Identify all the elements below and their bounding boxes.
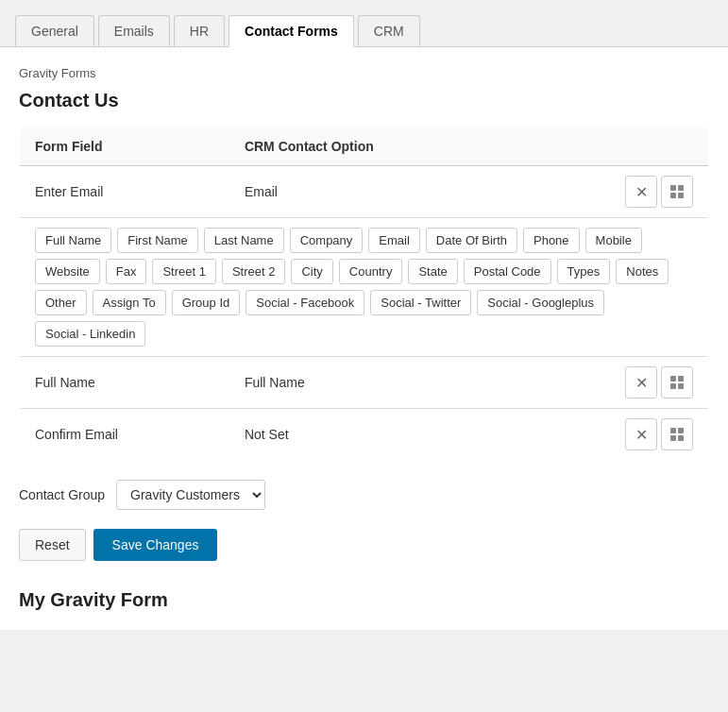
tag-types[interactable]: Types bbox=[557, 259, 611, 284]
tag-phone[interactable]: Phone bbox=[523, 228, 580, 253]
action-buttons-email: ✕ bbox=[517, 176, 693, 208]
reset-button[interactable]: Reset bbox=[19, 529, 86, 561]
field-name-email: Enter Email bbox=[20, 166, 229, 218]
crm-option-fullname: Full Name bbox=[229, 357, 502, 409]
tab-emails[interactable]: Emails bbox=[98, 15, 170, 46]
action-buttons-confirm-email: ✕ bbox=[517, 418, 693, 450]
tag-social-twitter[interactable]: Social - Twitter bbox=[370, 290, 471, 315]
tabs-bar: General Emails HR Contact Forms CRM bbox=[0, 0, 728, 47]
save-button[interactable]: Save Changes bbox=[93, 529, 218, 561]
table-row: Full Name Full Name ✕ bbox=[20, 357, 709, 409]
tab-contact-forms[interactable]: Contact Forms bbox=[229, 15, 354, 47]
mapping-table: Form Field CRM Contact Option Enter Emai… bbox=[19, 127, 709, 461]
field-name-fullname: Full Name bbox=[20, 357, 229, 409]
tag-mobile[interactable]: Mobile bbox=[585, 228, 642, 253]
crm-option-confirm-email: Not Set bbox=[229, 409, 502, 461]
action-buttons-fullname: ✕ bbox=[517, 366, 693, 398]
tag-other[interactable]: Other bbox=[35, 290, 87, 315]
tag-first-name[interactable]: First Name bbox=[117, 228, 198, 253]
tags-row: Full Name First Name Last Name Company E… bbox=[20, 218, 709, 357]
tag-state[interactable]: State bbox=[408, 259, 457, 284]
contact-group-label: Contact Group bbox=[19, 487, 105, 502]
tag-email[interactable]: Email bbox=[368, 228, 420, 253]
tag-last-name[interactable]: Last Name bbox=[204, 228, 284, 253]
remove-confirm-email-button[interactable]: ✕ bbox=[625, 418, 657, 450]
tag-assign-to[interactable]: Assign To bbox=[93, 290, 166, 315]
tag-website[interactable]: Website bbox=[35, 259, 100, 284]
tag-street-2[interactable]: Street 2 bbox=[222, 259, 286, 284]
grid-fullname-button[interactable] bbox=[661, 366, 693, 398]
tag-country[interactable]: Country bbox=[339, 259, 403, 284]
field-name-confirm-email: Confirm Email bbox=[20, 409, 229, 461]
tab-general[interactable]: General bbox=[15, 15, 94, 46]
tag-city[interactable]: City bbox=[291, 259, 332, 284]
crm-option-email: Email bbox=[229, 166, 502, 218]
tag-full-name[interactable]: Full Name bbox=[35, 228, 111, 253]
grid-icon bbox=[670, 428, 684, 441]
tag-street-1[interactable]: Street 1 bbox=[152, 259, 216, 284]
page-wrapper: General Emails HR Contact Forms CRM Grav… bbox=[0, 0, 728, 630]
col-form-field: Form Field bbox=[20, 127, 229, 166]
content-area: Gravity Forms Contact Us Form Field CRM … bbox=[0, 47, 728, 630]
tab-hr[interactable]: HR bbox=[174, 15, 225, 46]
tag-social-facebook[interactable]: Social - Facebook bbox=[245, 290, 364, 315]
contact-group-row: Contact Group Gravity Customers Other Gr… bbox=[19, 480, 709, 510]
tag-social-googleplus[interactable]: Social - Googleplus bbox=[477, 290, 604, 315]
tag-company[interactable]: Company bbox=[290, 228, 364, 253]
bottom-buttons: Reset Save Changes bbox=[19, 529, 709, 561]
tag-date-of-birth[interactable]: Date Of Birth bbox=[426, 228, 517, 253]
table-row: Enter Email Email ✕ bbox=[20, 166, 709, 218]
grid-icon bbox=[670, 376, 684, 389]
remove-fullname-button[interactable]: ✕ bbox=[625, 366, 657, 398]
my-gravity-title: My Gravity Form bbox=[19, 589, 709, 611]
contact-group-select[interactable]: Gravity Customers Other Group bbox=[116, 480, 265, 510]
tab-crm[interactable]: CRM bbox=[358, 15, 420, 46]
table-row: Confirm Email Not Set ✕ bbox=[20, 409, 709, 461]
tag-group-id[interactable]: Group Id bbox=[172, 290, 241, 315]
tag-postal-code[interactable]: Postal Code bbox=[464, 259, 551, 284]
tag-notes[interactable]: Notes bbox=[616, 259, 669, 284]
breadcrumb: Gravity Forms bbox=[19, 66, 709, 80]
tags-container: Full Name First Name Last Name Company E… bbox=[35, 228, 693, 347]
grid-icon bbox=[670, 185, 684, 198]
section-title: Contact Us bbox=[19, 90, 709, 111]
tag-fax[interactable]: Fax bbox=[106, 259, 147, 284]
tags-cell: Full Name First Name Last Name Company E… bbox=[20, 218, 709, 357]
tag-social-linkedin[interactable]: Social - Linkedin bbox=[35, 321, 145, 347]
grid-confirm-email-button[interactable] bbox=[661, 418, 693, 450]
remove-email-button[interactable]: ✕ bbox=[625, 176, 657, 208]
col-crm-option: CRM Contact Option bbox=[229, 127, 502, 166]
grid-email-button[interactable] bbox=[661, 176, 693, 208]
